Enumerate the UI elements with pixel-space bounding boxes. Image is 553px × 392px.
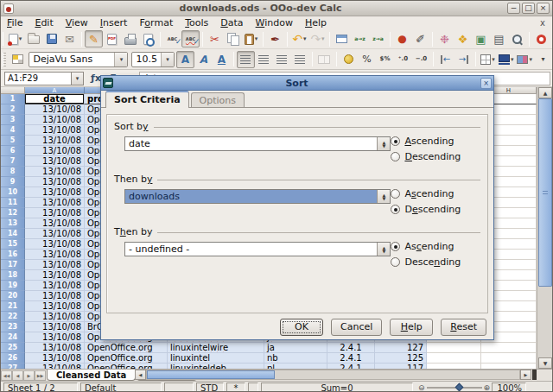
first-sheet-icon[interactable]: ◀◀ bbox=[1, 370, 12, 381]
cell-A9[interactable]: 13/10/08 bbox=[25, 177, 85, 187]
row-header-17[interactable]: 17 bbox=[1, 260, 25, 270]
cell-A3[interactable]: 13/10/08 bbox=[25, 115, 85, 125]
dialog-close-icon[interactable]: × bbox=[480, 78, 492, 89]
border-color-button[interactable]: ▾ bbox=[515, 51, 534, 68]
help-button[interactable]: Help bbox=[390, 319, 433, 336]
horizontal-scrollbar-thumb[interactable] bbox=[147, 370, 275, 379]
row-header-4[interactable]: 4 bbox=[1, 125, 25, 136]
row-header-14[interactable]: 14 bbox=[1, 229, 25, 239]
row-header-9[interactable]: 9 bbox=[1, 177, 25, 187]
row-header-6[interactable]: 6 bbox=[1, 146, 25, 156]
zoom-slider-thumb[interactable] bbox=[454, 383, 463, 391]
row-header-21[interactable]: 21 bbox=[1, 301, 25, 312]
cancel-button[interactable]: Cancel bbox=[331, 319, 382, 336]
cell-A11[interactable]: 13/10/08 bbox=[25, 198, 85, 208]
sort-by-ascending-radio[interactable]: Ascending bbox=[391, 133, 477, 149]
zoom-slider[interactable] bbox=[427, 387, 482, 389]
then-by-1-combo[interactable]: downloads▲▼ bbox=[124, 189, 391, 204]
row-header-7[interactable]: 7 bbox=[1, 156, 25, 167]
cell-C26[interactable]: linuxintel bbox=[168, 353, 264, 364]
row-header-25[interactable]: 25 bbox=[1, 343, 25, 353]
column-header-A[interactable]: A bbox=[25, 87, 85, 94]
zoom-button[interactable] bbox=[508, 30, 526, 47]
menu-item-help[interactable]: Help bbox=[299, 16, 333, 29]
row-header-22[interactable]: 22 bbox=[1, 312, 25, 322]
cell-E26[interactable]: 2.4.1 bbox=[327, 353, 375, 364]
delete-decimal-button[interactable]: −.0 bbox=[412, 51, 430, 68]
cell-G26[interactable] bbox=[427, 353, 481, 364]
menu-item-edit[interactable]: Edit bbox=[29, 16, 59, 29]
cell-A22[interactable]: 13/10/08 bbox=[25, 312, 85, 322]
horizontal-scrollbar[interactable]: ◀ ▶ bbox=[135, 370, 537, 380]
cell-D26[interactable]: nb bbox=[264, 353, 327, 364]
cell-G25[interactable] bbox=[427, 343, 481, 353]
scroll-left-icon[interactable]: ◀ bbox=[135, 370, 146, 380]
auto-spellcheck-button[interactable]: ABC bbox=[181, 30, 200, 47]
dialog-tab-sort-criteria[interactable]: Sort Criteria bbox=[105, 91, 189, 108]
insert-chart-button[interactable] bbox=[333, 30, 351, 47]
draw-functions-button[interactable]: ✐ bbox=[411, 30, 429, 47]
toolbar-overflow2-button[interactable]: ▾ bbox=[534, 51, 552, 68]
spinner-icon[interactable]: ▲▼ bbox=[377, 190, 390, 203]
cell-F25[interactable]: 127 bbox=[375, 343, 427, 353]
sheet-tab-cleansed-data[interactable]: Cleansed Data bbox=[47, 370, 136, 381]
cell-A25[interactable]: 13/10/08 bbox=[25, 343, 85, 353]
cell-A23[interactable]: 13/10/08 bbox=[25, 322, 85, 332]
cell-A4[interactable]: 13/10/08 bbox=[25, 125, 85, 136]
chevron-down-icon[interactable]: ▾ bbox=[19, 35, 22, 42]
copy-button[interactable] bbox=[224, 30, 242, 47]
print-button[interactable] bbox=[121, 30, 139, 47]
spinner-icon[interactable]: ▲▼ bbox=[377, 243, 390, 256]
percent-button[interactable]: % bbox=[358, 51, 376, 68]
cell-E25[interactable]: 2.4.1 bbox=[327, 343, 375, 353]
increase-indent-button[interactable]: → bbox=[454, 51, 473, 68]
row-header-24[interactable]: 24 bbox=[1, 332, 25, 343]
zoom-out-icon[interactable]: ⊖ bbox=[418, 383, 425, 392]
ok-button[interactable]: OK bbox=[280, 319, 323, 336]
cell-A5[interactable]: 13/10/08 bbox=[25, 136, 85, 146]
close-icon[interactable]: × bbox=[537, 3, 550, 14]
cell-A24[interactable]: 13/10/08 bbox=[25, 332, 85, 343]
last-sheet-icon[interactable]: ▶▶ bbox=[35, 370, 46, 381]
email-button[interactable]: ✉ bbox=[60, 30, 79, 47]
row-header-2[interactable]: 2 bbox=[1, 104, 25, 115]
edit-file-button[interactable]: ✎ bbox=[85, 30, 103, 47]
gallery-button[interactable]: ▣ bbox=[472, 30, 490, 47]
cell-A7[interactable]: 13/10/08 bbox=[25, 156, 85, 167]
format-paintbrush-button[interactable]: ✒ bbox=[266, 30, 284, 47]
then-by-1-descending-radio[interactable]: Descending bbox=[391, 201, 477, 217]
horizontal-scrollbar-track[interactable] bbox=[146, 370, 520, 380]
document-close-icon[interactable]: x bbox=[533, 18, 552, 28]
save-button[interactable] bbox=[42, 30, 60, 47]
scroll-up-icon[interactable]: ▲ bbox=[538, 87, 552, 98]
cell-A8[interactable]: 13/10/08 bbox=[25, 167, 85, 177]
menu-item-data[interactable]: Data bbox=[214, 16, 249, 29]
standard-format-button[interactable]: $% bbox=[376, 51, 394, 68]
then-by-2-ascending-radio[interactable]: Ascending bbox=[391, 238, 477, 254]
font-name-combo[interactable]: DejaVu Sans ▾ bbox=[29, 52, 128, 67]
scroll-right-icon[interactable]: ▶ bbox=[520, 370, 531, 380]
vertical-scrollbar-thumb[interactable] bbox=[538, 98, 552, 287]
row-header-13[interactable]: 13 bbox=[1, 218, 25, 229]
chevron-down-icon[interactable]: ▾ bbox=[492, 56, 495, 63]
spelling-button[interactable]: ABC bbox=[163, 30, 181, 47]
cell-A26[interactable]: 13/10/08 bbox=[25, 353, 85, 364]
reset-button[interactable]: Reset bbox=[441, 319, 486, 336]
cell-A18[interactable]: 13/10/08 bbox=[25, 270, 85, 281]
new-document-button[interactable]: ▾ bbox=[6, 30, 24, 47]
cell-A6[interactable]: 13/10/08 bbox=[25, 146, 85, 156]
name-box[interactable]: A1:F29 bbox=[4, 72, 72, 85]
cut-button[interactable]: ✂ bbox=[206, 30, 224, 47]
cell-C25[interactable]: linuxintelwire bbox=[168, 343, 264, 353]
cell-A15[interactable]: 13/10/08 bbox=[25, 239, 85, 250]
row-header-1[interactable]: 1 bbox=[1, 94, 25, 104]
font-size-combo[interactable]: 10.5 ▾ bbox=[131, 52, 175, 67]
chevron-down-icon[interactable]: ▾ bbox=[511, 56, 514, 63]
open-button[interactable] bbox=[24, 30, 42, 47]
bold-button[interactable]: A bbox=[176, 51, 194, 68]
cell-B26[interactable]: OpenOffice.org bbox=[85, 353, 168, 364]
export-pdf-button[interactable]: PDF bbox=[103, 30, 121, 47]
cell-A2[interactable]: 13/10/08 bbox=[25, 104, 85, 115]
cell-A16[interactable]: 13/10/08 bbox=[25, 250, 85, 260]
cell-H26[interactable] bbox=[481, 353, 537, 364]
